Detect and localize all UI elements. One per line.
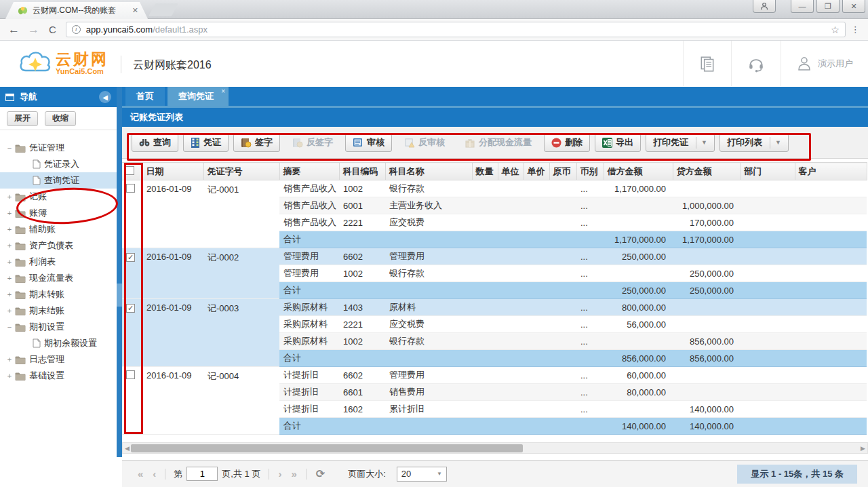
sidebar-item-voucher-management[interactable]: −凭证管理 [0, 140, 117, 156]
date-cell: 2016-01-09 [142, 248, 203, 299]
support-button[interactable] [731, 41, 781, 86]
sidebar-item-basic-settings[interactable]: +基础设置 [0, 368, 117, 384]
sidebar-item-account-books[interactable]: +账簿 [0, 205, 117, 221]
sidebar-item-auxiliary-ledger[interactable]: +辅助账 [0, 221, 117, 237]
expand-node-icon[interactable]: + [5, 209, 14, 217]
page-count-label: 页,共 1 页 [222, 468, 260, 480]
sidebar-item-cash-flow-statement[interactable]: +现金流量表 [0, 270, 117, 286]
tab-close-icon[interactable]: × [221, 87, 225, 95]
forward-icon[interactable]: → [28, 23, 39, 37]
sidebar-collapse-icon[interactable]: ◀ [99, 91, 111, 103]
splitter-handle-icon[interactable] [117, 284, 122, 307]
customer-cell [795, 265, 867, 282]
expand-node-icon[interactable]: + [5, 258, 14, 266]
page-info-icon[interactable]: i [72, 25, 81, 34]
scroll-left-icon[interactable]: ◀ [125, 445, 130, 452]
sidebar-item-initial-setup[interactable]: −期初设置 [0, 319, 117, 335]
audit-button[interactable]: 审核 [345, 134, 392, 152]
voucher-button[interactable]: 凭证 [183, 134, 229, 152]
button-label: 反签字 [307, 136, 333, 149]
scroll-right-icon[interactable]: ▶ [861, 445, 865, 452]
main-content: 首页查询凭证× 记账凭证列表 查询凭证签字反签字审核反审核分配现金流量删除导出打… [122, 87, 868, 487]
query-button[interactable]: 查询 [132, 134, 178, 152]
collapse-node-icon[interactable]: − [5, 323, 14, 331]
collapse-all-button[interactable]: 收缩 [45, 111, 76, 126]
new-tab-button[interactable] [149, 3, 178, 16]
collapse-node-icon[interactable]: − [5, 144, 14, 152]
row-checkbox[interactable] [126, 370, 135, 379]
first-page-icon[interactable]: « [138, 468, 143, 480]
unit-cell [498, 384, 524, 401]
delete-button[interactable]: 删除 [544, 134, 590, 152]
summary-cell: 采购原材料 [279, 299, 339, 316]
export-button[interactable]: 导出 [595, 134, 641, 152]
sidebar-item-bookkeeping[interactable]: +记账 [0, 189, 117, 205]
folder-icon [15, 307, 26, 315]
expand-node-icon[interactable]: + [5, 225, 14, 233]
expand-node-icon[interactable]: + [5, 355, 14, 364]
print-list-button[interactable]: 打印列表▼ [719, 134, 789, 152]
account-name-cell [385, 231, 472, 248]
folder-icon [15, 241, 26, 250]
sidebar-item-label: 凭证管理 [29, 142, 64, 154]
minimize-button[interactable]: — [791, 0, 814, 13]
horizontal-scrollbar[interactable]: ◀ ▶ [122, 442, 868, 454]
select-all-checkbox[interactable] [125, 166, 134, 175]
sidebar-item-balance-sheet[interactable]: +资产负债表 [0, 237, 117, 254]
sidebar-item-initial-balance-setup[interactable]: 期初余额设置 [0, 335, 117, 351]
sidebar-item-log-management[interactable]: +日志管理 [0, 351, 117, 368]
next-page-icon[interactable]: › [278, 468, 281, 480]
close-button[interactable]: ✕ [842, 0, 865, 13]
subtotal-debit-cell: 140,000.00 [604, 418, 673, 435]
sidebar-item-period-end-transfer[interactable]: +期末转账 [0, 286, 117, 303]
sign-button[interactable]: 签字 [233, 134, 280, 152]
address-bar[interactable]: i app.yuncai5.com /default1.aspx ☆ [66, 22, 846, 37]
profile-icon[interactable] [753, 0, 776, 13]
voucher-no-cell: 记-0001 [203, 180, 279, 248]
reload-icon[interactable]: C [49, 24, 56, 35]
refresh-icon[interactable]: ⟳ [316, 467, 325, 480]
orig-currency-cell [549, 367, 576, 384]
page-number-input[interactable] [186, 467, 218, 481]
browser-menu-icon[interactable]: ⋮ [851, 24, 860, 35]
tab-query-voucher[interactable]: 查询凭证× [167, 87, 229, 106]
user-menu[interactable]: 演示用户 [781, 41, 868, 86]
row-checkbox[interactable]: ✓ [126, 304, 135, 313]
customer-cell [795, 384, 867, 401]
customer-cell [795, 180, 867, 197]
tab-home[interactable]: 首页 [125, 87, 165, 106]
orig-currency-cell [549, 418, 576, 435]
back-icon[interactable]: ← [8, 23, 20, 37]
qty-cell [472, 282, 498, 299]
expand-node-icon[interactable]: + [5, 193, 14, 201]
tab-close-icon[interactable]: ✕ [132, 6, 138, 15]
sidebar-item-period-end-closing[interactable]: +期末结账 [0, 303, 117, 319]
url-path: /default1.aspx [153, 24, 208, 35]
restore-button[interactable]: ❐ [816, 0, 840, 13]
bookmark-star-icon[interactable]: ☆ [831, 24, 840, 35]
expand-all-button[interactable]: 展开 [7, 111, 38, 126]
sidebar-item-voucher-entry[interactable]: 凭证录入 [0, 156, 117, 172]
expand-node-icon[interactable]: + [5, 372, 14, 380]
page-size-select[interactable]: 20 ▼ [397, 467, 447, 482]
scrollbar-thumb[interactable] [131, 444, 523, 452]
expand-node-icon[interactable]: + [5, 274, 14, 282]
customer-cell [795, 231, 867, 248]
sidebar-splitter[interactable] [117, 87, 122, 457]
browser-tab[interactable]: 云财网.COM--我的账套 ✕ [5, 2, 148, 19]
app-logo[interactable]: 云财网 YunCai5.Com [19, 49, 108, 77]
folder-icon [15, 355, 26, 364]
reports-button[interactable] [683, 41, 731, 86]
sidebar-item-query-voucher[interactable]: 查询凭证 [0, 172, 117, 189]
debit-cell: 1,170,000.00 [604, 180, 673, 197]
dept-cell [741, 333, 795, 350]
row-checkbox[interactable]: ✓ [126, 253, 135, 262]
prev-page-icon[interactable]: ‹ [153, 468, 156, 480]
expand-node-icon[interactable]: + [5, 307, 14, 315]
expand-node-icon[interactable]: + [5, 290, 14, 298]
expand-node-icon[interactable]: + [5, 241, 14, 250]
last-page-icon[interactable]: » [291, 468, 296, 480]
sidebar-item-income-statement[interactable]: +利润表 [0, 254, 117, 270]
row-checkbox[interactable] [126, 184, 135, 193]
print-voucher-button[interactable]: 打印凭证▼ [646, 134, 715, 152]
